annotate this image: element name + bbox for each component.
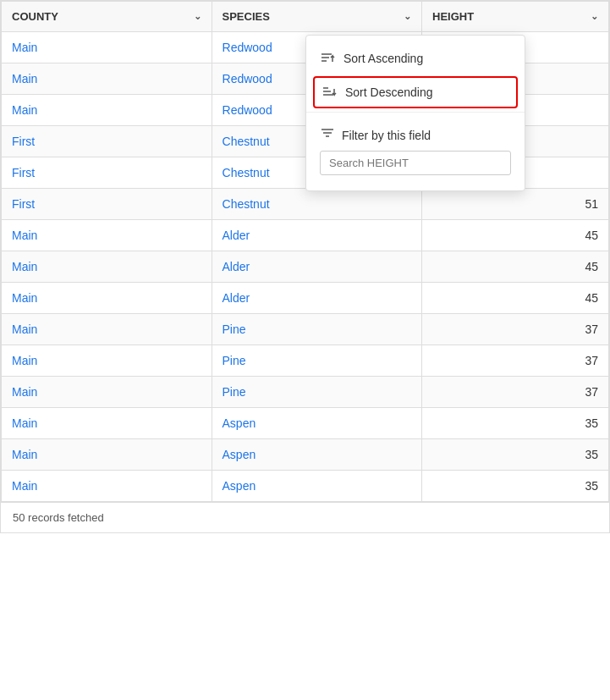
county-label: COUNTY [12,10,58,23]
species-dropdown-arrow[interactable]: ⌄ [404,11,411,22]
cell-species[interactable]: Alder [212,251,422,283]
search-height-input[interactable] [320,151,511,175]
species-label: SPECIES [223,10,270,23]
cell-county[interactable]: Main [2,471,212,502]
cell-height: 37 [422,345,609,377]
cell-species[interactable]: Pine [212,345,422,377]
filter-section: Filter by this field [306,116,525,184]
cell-height: 45 [422,283,609,314]
footer-bar: 50 records fetched [1,502,609,532]
column-header-county[interactable]: COUNTY ⌄ [2,2,212,32]
table-row: MainPine37 [2,345,609,377]
table-row: MainAspen35 [2,471,609,502]
cell-county[interactable]: Main [2,439,212,471]
cell-species[interactable]: Chestnut [212,189,422,220]
cell-county[interactable]: Main [2,345,212,377]
column-header-height[interactable]: HEIGHT ⌄ [422,2,609,32]
height-label: HEIGHT [432,10,474,23]
table-row: MainAspen35 [2,439,609,471]
cell-county[interactable]: First [2,157,212,189]
cell-species[interactable]: Aspen [212,408,422,439]
table-row: MainAlder45 [2,283,609,314]
table-row: MainAspen35 [2,408,609,439]
filter-icon [320,126,335,144]
cell-county[interactable]: Main [2,63,212,95]
filter-label-row: Filter by this field [320,121,511,151]
cell-height: 35 [422,439,609,471]
table-row: MainPine37 [2,314,609,345]
cell-county[interactable]: Main [2,95,212,126]
cell-county[interactable]: Main [2,408,212,439]
cell-height: 35 [422,471,609,502]
county-dropdown-arrow[interactable]: ⌄ [194,11,201,22]
cell-species[interactable]: Pine [212,314,422,345]
cell-height: 37 [422,314,609,345]
sort-ascending-label: Sort Ascending [343,52,423,65]
filter-by-field-label: Filter by this field [342,129,431,142]
table-row: MainPine37 [2,377,609,408]
cell-height: 35 [422,408,609,439]
cell-county[interactable]: Main [2,283,212,314]
sort-descending-label: Sort Descending [345,85,433,99]
table-wrapper: COUNTY ⌄ SPECIES ⌄ HEIGHT ⌄ [0,0,610,533]
sort-descending-item[interactable]: Sort Descending [313,76,518,108]
sort-asc-icon [320,51,335,66]
cell-species[interactable]: Aspen [212,471,422,502]
cell-height: 45 [422,220,609,251]
cell-species[interactable]: Aspen [212,439,422,471]
cell-county[interactable]: First [2,126,212,157]
cell-county[interactable]: Main [2,251,212,283]
dropdown-divider [306,112,525,113]
table-row: MainAlder45 [2,251,609,283]
table-row: MainAlder45 [2,220,609,251]
cell-county[interactable]: Main [2,377,212,408]
cell-county[interactable]: Main [2,220,212,251]
table-row: FirstChestnut51 [2,189,609,220]
sort-ascending-item[interactable]: Sort Ascending [306,42,525,74]
sort-desc-icon [321,85,337,100]
records-fetched-label: 50 records fetched [13,511,104,524]
cell-species[interactable]: Alder [212,220,422,251]
cell-species[interactable]: Alder [212,283,422,314]
cell-height: 37 [422,377,609,408]
cell-county[interactable]: Main [2,314,212,345]
height-dropdown-menu: Sort Ascending Sort Descending [305,35,525,191]
cell-county[interactable]: Main [2,32,212,63]
cell-height: 51 [422,189,609,220]
cell-county[interactable]: First [2,189,212,220]
column-header-species[interactable]: SPECIES ⌄ [212,2,422,32]
cell-height: 45 [422,251,609,283]
cell-species[interactable]: Pine [212,377,422,408]
height-dropdown-arrow[interactable]: ⌄ [591,11,598,22]
